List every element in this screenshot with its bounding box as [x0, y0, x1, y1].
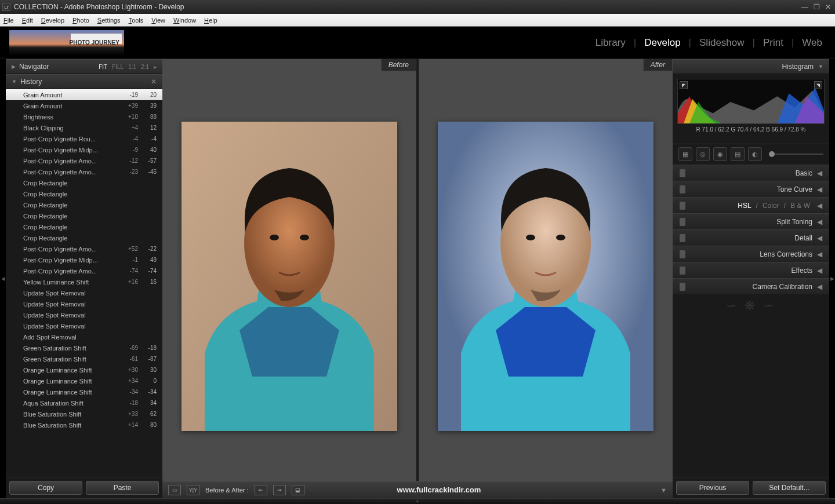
menu-edit[interactable]: Edit: [22, 17, 33, 24]
panel-detail[interactable]: Detail◀: [673, 229, 829, 246]
panel-hsl[interactable]: HSL/Color/B & W◀: [673, 197, 829, 213]
menu-window[interactable]: Window: [173, 17, 196, 24]
grad-filter-icon[interactable]: ▤: [731, 147, 745, 161]
panel-switch-icon[interactable]: [680, 202, 685, 210]
history-step[interactable]: Crop Rectangle: [6, 232, 162, 243]
close-button[interactable]: ✕: [823, 3, 833, 11]
history-step[interactable]: Post-Crop Vignette Midp...-149: [6, 254, 162, 265]
tab-color[interactable]: Color: [763, 202, 779, 210]
panel-effects[interactable]: Effects◀: [673, 262, 829, 278]
after-photo[interactable]: [419, 71, 673, 481]
history-step[interactable]: Blue Saturation Shift+1480: [6, 419, 162, 430]
navigator-header[interactable]: ▶ Navigator FITFILL1:12:1▸: [6, 59, 162, 74]
panel-switch-icon[interactable]: [680, 218, 685, 226]
previous-button[interactable]: Previous: [676, 481, 749, 495]
history-step[interactable]: Grain Amount-1920: [6, 89, 162, 100]
panel-tone-curve[interactable]: Tone Curve◀: [673, 181, 829, 197]
history-step[interactable]: Post-Crop Vignette Rou...-4-4: [6, 133, 162, 144]
module-slideshow[interactable]: Slideshow: [696, 35, 748, 51]
history-step[interactable]: Grain Amount+3939: [6, 100, 162, 111]
menu-view[interactable]: View: [151, 17, 165, 24]
menu-tools[interactable]: Tools: [129, 17, 144, 24]
history-step[interactable]: Orange Luminance Shift+340: [6, 375, 162, 386]
history-step[interactable]: Orange Luminance Shift-34-34: [6, 386, 162, 397]
identity-plate[interactable]: PHOTO JOURNEY: [9, 30, 124, 56]
panel-switch-icon[interactable]: [680, 250, 685, 258]
menu-file[interactable]: File: [3, 17, 14, 24]
copy-button[interactable]: Copy: [9, 481, 82, 495]
panel-basic[interactable]: Basic◀: [673, 165, 829, 181]
history-step[interactable]: Post-Crop Vignette Amo...-74-74: [6, 265, 162, 276]
minimize-button[interactable]: —: [800, 3, 809, 11]
zoom-more-icon[interactable]: ▸: [154, 64, 157, 70]
panel-switch-icon[interactable]: [680, 283, 685, 291]
panel-camera-calibration[interactable]: Camera Calibration◀: [673, 278, 829, 294]
filmstrip-handle[interactable]: ▲: [0, 498, 835, 504]
panel-switch-icon[interactable]: [680, 185, 685, 193]
panel-switch-icon[interactable]: [680, 169, 685, 177]
module-develop[interactable]: Develop: [641, 35, 684, 51]
module-web[interactable]: Web: [798, 35, 826, 51]
tool-slider[interactable]: [769, 154, 823, 155]
history-step[interactable]: Aqua Saturation Shift-1834: [6, 397, 162, 408]
paste-button[interactable]: Paste: [86, 481, 159, 495]
compare-view-icon[interactable]: Y|Y: [187, 485, 199, 495]
history-step[interactable]: Update Spot Removal: [6, 309, 162, 320]
panel-switch-icon[interactable]: [680, 266, 685, 275]
tab-bw[interactable]: B & W: [790, 202, 810, 210]
history-step[interactable]: Crop Rectangle: [6, 210, 162, 221]
history-step[interactable]: Blue Saturation Shift+3362: [6, 408, 162, 419]
history-step[interactable]: Black Clipping+412: [6, 122, 162, 133]
menu-photo[interactable]: Photo: [72, 17, 89, 24]
copy-settings-icon[interactable]: ⬓: [292, 485, 304, 495]
before-photo[interactable]: [162, 71, 416, 481]
toolbar-menu-icon[interactable]: ▼: [660, 487, 667, 494]
module-print[interactable]: Print: [760, 35, 787, 51]
history-step[interactable]: Add Spot Removal: [6, 331, 162, 342]
history-step[interactable]: Post-Crop Vignette Amo...+52-22: [6, 243, 162, 254]
menu-help[interactable]: Help: [204, 17, 217, 24]
history-step[interactable]: Green Saturation Shift-61-87: [6, 353, 162, 364]
zoom-fit[interactable]: FIT: [99, 64, 107, 70]
redeye-tool-icon[interactable]: ◉: [713, 147, 727, 161]
menu-settings[interactable]: Settings: [97, 17, 121, 24]
adjust-brush-icon[interactable]: ◐: [748, 147, 762, 161]
history-step[interactable]: Post-Crop Vignette Amo...-12-57: [6, 155, 162, 166]
crop-tool-icon[interactable]: ▦: [678, 147, 692, 161]
clear-history-icon[interactable]: ✕: [151, 78, 157, 86]
history-step[interactable]: Green Saturation Shift-69-18: [6, 342, 162, 353]
history-step[interactable]: Yellow Luminance Shift+1616: [6, 276, 162, 287]
spot-removal-icon[interactable]: ◎: [696, 147, 710, 161]
zoom-1-1[interactable]: 1:1: [128, 64, 136, 70]
swap-before-icon[interactable]: ⇤: [255, 485, 267, 495]
menu-develop[interactable]: Develop: [41, 17, 64, 24]
history-step[interactable]: Update Spot Removal: [6, 287, 162, 298]
panel-lens-corrections[interactable]: Lens Corrections◀: [673, 246, 829, 262]
history-step[interactable]: Crop Rectangle: [6, 188, 162, 199]
left-expander[interactable]: ◀: [0, 59, 6, 498]
tab-hsl[interactable]: HSL: [738, 202, 751, 210]
panel-switch-icon[interactable]: [680, 234, 685, 242]
history-step[interactable]: Crop Rectangle: [6, 177, 162, 188]
maximize-button[interactable]: ❐: [812, 3, 821, 11]
history-step[interactable]: Orange Luminance Shift+3030: [6, 364, 162, 375]
histogram-header[interactable]: Histogram ▼: [673, 59, 829, 74]
zoom-2-1[interactable]: 2:1: [141, 64, 149, 70]
history-step[interactable]: Brightness+1088: [6, 111, 162, 122]
shadow-clip-icon[interactable]: ◤: [680, 81, 688, 89]
module-library[interactable]: Library: [592, 35, 629, 51]
history-step[interactable]: Crop Rectangle: [6, 199, 162, 210]
history-step[interactable]: Update Spot Removal: [6, 320, 162, 331]
panel-split-toning[interactable]: Split Toning◀: [673, 213, 829, 229]
history-step[interactable]: Post-Crop Vignette Midp...-940: [6, 144, 162, 155]
history-header[interactable]: ▼ History ✕: [6, 74, 162, 89]
swap-after-icon[interactable]: ⇥: [273, 485, 286, 495]
set-default-button[interactable]: Set Default...: [753, 481, 826, 495]
loupe-view-icon[interactable]: ▭: [168, 485, 181, 495]
history-step[interactable]: Crop Rectangle: [6, 221, 162, 232]
histogram-graph[interactable]: [677, 79, 825, 124]
history-step[interactable]: Post-Crop Vignette Amo...-23-45: [6, 166, 162, 177]
right-expander[interactable]: ▶: [829, 59, 835, 498]
zoom-fill[interactable]: FILL: [112, 64, 124, 70]
highlight-clip-icon[interactable]: ◥: [814, 81, 822, 89]
